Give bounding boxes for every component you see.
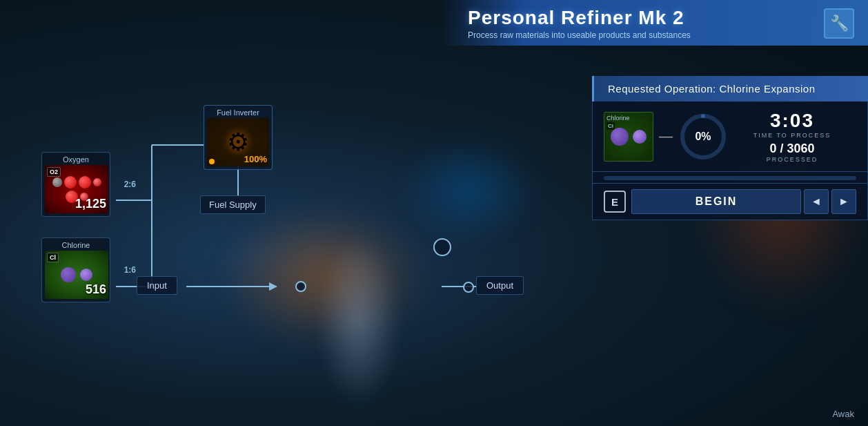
ingredient-panel: Oxygen O2 1,125 2:6 Chlorine Cl 516 — [41, 152, 110, 302]
oxygen-icon-area: O2 1,125 — [45, 165, 108, 213]
fuel-supply-label: Fuel Supply — [200, 195, 266, 214]
time-label: TIME TO PROCESS — [735, 132, 849, 139]
chlorine-slot[interactable]: Chlorine Cl 516 1:6 — [41, 238, 110, 302]
chlorine-input-label: Chlorine — [45, 241, 107, 249]
key-badge: E — [604, 191, 626, 213]
output-label: Output — [476, 276, 524, 295]
oxygen-slot[interactable]: Oxygen O2 1,125 2:6 — [41, 152, 110, 217]
chlorine-element-badge: Cl — [47, 253, 59, 262]
nav-right-button[interactable]: ► — [831, 189, 856, 214]
oxygen-ratio: 2:6 — [124, 180, 136, 189]
bg-glow — [317, 235, 400, 407]
molecule — [79, 176, 91, 188]
fuel-cog-icon: ⚙ — [227, 128, 249, 157]
bg-decoration-2 — [400, 138, 538, 242]
requested-operation-bar: Requested Operation: Chlorine Expansion — [592, 76, 868, 101]
process-info: 3:03 TIME TO PROCESS 0 / 3060 PROCESSED — [728, 110, 856, 163]
chlorine-ratio: 1:6 — [124, 265, 136, 275]
progress-bar-row — [592, 172, 868, 184]
header-bar: Personal Refiner Mk 2 Process raw materi… — [440, 0, 868, 46]
nav-left-button[interactable]: ◄ — [804, 189, 829, 214]
oxygen-element-badge: O2 — [47, 167, 61, 177]
input-circle-connector — [295, 281, 306, 292]
chlorine-icon-area: Cl 516 — [45, 251, 108, 299]
header-subtitle: Process raw materials into useable produ… — [468, 30, 813, 40]
molecule — [52, 177, 62, 187]
fuel-inverter: Fuel Inverter ⚙ 100% — [204, 105, 273, 170]
process-panel: Chlorine Cl — 0% 3:03 TIME TO PROCESS 0 … — [592, 101, 868, 172]
fuel-inverter-box: Fuel Inverter ⚙ 100% — [204, 105, 273, 170]
processed-label: PROCESSED — [735, 156, 849, 163]
output-slot-label: Chlorine — [606, 115, 630, 122]
robot-indicator — [433, 238, 451, 256]
status-text: Awak — [832, 409, 854, 419]
molecule — [633, 130, 647, 144]
molecule — [61, 267, 76, 282]
fuel-percentage: 100% — [244, 154, 267, 164]
molecule — [93, 178, 101, 186]
progress-circle: 0% — [678, 112, 728, 162]
output-slot-badge: Cl — [606, 122, 615, 130]
oxygen-count: 1,125 — [75, 197, 106, 211]
begin-row: E BEGIN ◄ ► — [592, 184, 868, 220]
output-chlorine-slot[interactable]: Chlorine Cl — [604, 112, 653, 162]
begin-button[interactable]: BEGIN — [631, 189, 801, 214]
time-value: 3:03 — [735, 110, 849, 132]
molecule — [611, 128, 629, 146]
input-label: Input — [137, 276, 177, 295]
requested-operation-text: Requested Operation: Chlorine Expansion — [608, 83, 816, 95]
chlorine-count: 516 — [86, 282, 106, 297]
output-circle-connector — [463, 282, 474, 293]
molecule — [80, 269, 92, 281]
progress-bar-track — [604, 176, 856, 180]
processed-value: 0 / 3060 — [735, 142, 849, 156]
oxygen-label: Oxygen — [45, 155, 107, 164]
molecule — [64, 176, 77, 188]
process-percentage: 0% — [695, 130, 711, 143]
wrench-icon: 🔧 — [824, 8, 854, 39]
header-title: Personal Refiner Mk 2 — [468, 7, 813, 29]
fuel-inverter-label: Fuel Inverter — [207, 108, 269, 117]
fuel-inverter-icon: ⚙ 100% — [207, 118, 269, 166]
right-panel: Requested Operation: Chlorine Expansion … — [592, 76, 868, 220]
fuel-status-dot — [209, 159, 215, 164]
header-text: Personal Refiner Mk 2 Process raw materi… — [468, 7, 813, 40]
dash-separator: — — [659, 128, 673, 144]
